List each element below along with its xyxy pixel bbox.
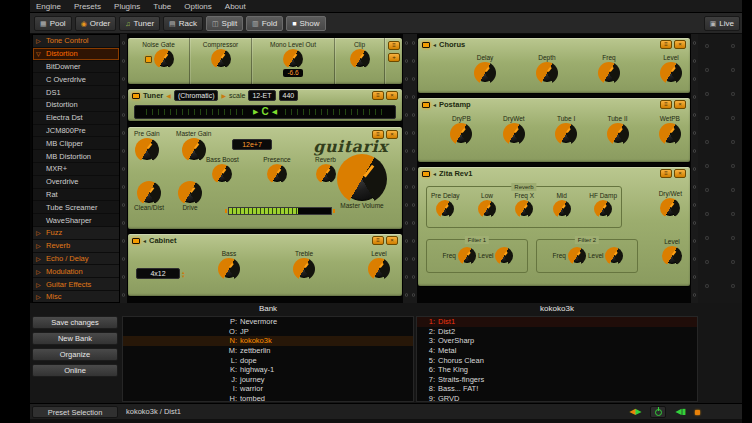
preset-row[interactable]: 6: The King [417, 365, 697, 375]
sidebar-item[interactable]: Rat [33, 189, 119, 202]
power-led[interactable] [422, 102, 430, 108]
power-button[interactable] [650, 406, 666, 418]
menu-button[interactable]: ≡ [372, 236, 384, 245]
postamp-knob[interactable] [609, 125, 627, 143]
preset-row[interactable]: 7: Straits-fingers [417, 375, 697, 385]
fold-icon[interactable]: ◂ [143, 237, 146, 244]
sidebar-item[interactable]: Electra Dst [33, 112, 119, 125]
toolbar-button[interactable]: ■ Show [286, 16, 325, 31]
output-level-knob[interactable] [664, 248, 680, 264]
bank-row[interactable]: I: warrior [123, 384, 413, 394]
menu-item[interactable]: Plugins [114, 2, 140, 11]
chorus-knob[interactable] [662, 64, 680, 82]
bank-row[interactable]: L: dope [123, 355, 413, 365]
sidebar-item[interactable]: ▷ Modulation [33, 265, 119, 278]
menu-button[interactable]: ≡ [660, 169, 672, 178]
remove-button[interactable]: × [674, 100, 686, 109]
zita-knob[interactable] [438, 202, 452, 216]
power-led[interactable] [132, 93, 140, 99]
sidebar-item[interactable]: MB Distortion [33, 150, 119, 163]
bank-row[interactable]: J: journey [123, 375, 413, 385]
master-gain-knob[interactable] [184, 140, 204, 160]
menu-item[interactable]: Options [184, 2, 212, 11]
fold-icon[interactable]: ◂ [433, 170, 436, 177]
toolbar-button[interactable]: ♫ Tuner [119, 16, 160, 31]
bank-row[interactable]: H: tombed [123, 394, 413, 402]
preset-row[interactable]: 2: Dist2 [417, 327, 697, 337]
toolbar-button[interactable]: ◫ Split [206, 16, 243, 31]
next-mode-icon[interactable]: ▶ [221, 92, 226, 99]
toolbar-button[interactable]: ◉ Order [75, 16, 117, 31]
cabinet-knob[interactable] [220, 260, 238, 278]
zita-knob[interactable] [555, 202, 569, 216]
sidebar-item[interactable]: C Overdrive [33, 73, 119, 86]
reference-pitch-field[interactable]: 440 [279, 90, 299, 101]
postamp-knob[interactable] [505, 125, 523, 143]
bank-row[interactable]: N: kokoko3k [123, 336, 413, 346]
power-led[interactable] [422, 171, 430, 177]
sidebar-item[interactable]: Distortion [33, 99, 119, 112]
power-led[interactable] [132, 238, 140, 244]
bank-action-button[interactable]: Save changes [32, 316, 118, 329]
bank-action-button[interactable]: Organize [32, 348, 118, 361]
menu-item[interactable]: Presets [74, 2, 101, 11]
sidebar-item[interactable]: WaveSharper [33, 214, 119, 227]
menu-button[interactable]: ≡ [372, 91, 384, 100]
sidebar-item[interactable]: MB Clipper [33, 137, 119, 150]
remove-button[interactable]: × [674, 40, 686, 49]
toolbar-button[interactable]: ▤ Rack [163, 16, 203, 31]
bank-row[interactable]: P: Nevermore [123, 317, 413, 327]
preset-row[interactable]: 8: Bass... FAT! [417, 384, 697, 394]
fx-knob[interactable] [285, 51, 301, 67]
bank-action-button[interactable]: New Bank [32, 332, 118, 345]
sidebar-item[interactable]: Overdrive [33, 176, 119, 189]
menu-item[interactable]: Engine [36, 2, 61, 11]
drive-knob[interactable] [180, 183, 200, 203]
live-button[interactable]: ▣ Live [704, 16, 740, 31]
preset-row[interactable]: 1: Dist1 [417, 317, 697, 327]
amp-knob[interactable] [269, 166, 285, 182]
sidebar-item[interactable]: ▷ Tone Control [33, 35, 119, 48]
master-volume-knob[interactable] [340, 157, 384, 201]
menu-button[interactable]: ≡ [388, 41, 400, 50]
filter1-level-knob[interactable] [497, 249, 511, 263]
add-plugin-button[interactable]: + [388, 53, 400, 62]
menu-button[interactable]: ≡ [660, 100, 672, 109]
sidebar-item[interactable]: ▷ Misc [33, 291, 119, 303]
prev-mode-icon[interactable]: ◀ [166, 92, 171, 99]
sidebar-item[interactable]: MXR+ [33, 163, 119, 176]
cabinet-model[interactable]: 4x12 ▴ ▾ [136, 268, 185, 279]
postamp-knob[interactable] [661, 125, 679, 143]
zita-knob[interactable] [480, 202, 494, 216]
cabinet-model-value[interactable]: 4x12 [136, 268, 180, 279]
temperament-select[interactable]: 12-ET [248, 90, 275, 101]
filter2-level-knob[interactable] [607, 249, 621, 263]
sidebar-item[interactable]: ▷ Guitar Effects [33, 278, 119, 291]
preset-row[interactable]: 3: OverSharp [417, 336, 697, 346]
bank-row[interactable]: K: highway-1 [123, 365, 413, 375]
sidebar-item[interactable]: DS1 [33, 86, 119, 99]
amp-knob[interactable] [318, 166, 334, 182]
fold-icon[interactable]: ◂ [433, 41, 436, 48]
preset-selection-label[interactable]: Preset Selection [32, 406, 118, 418]
remove-button[interactable]: × [674, 169, 686, 178]
jack-insert-icon[interactable]: ◀▮ [675, 408, 686, 416]
remove-button[interactable]: × [386, 91, 398, 100]
toolbar-button[interactable]: ▥ Fold [246, 16, 283, 31]
remove-button[interactable]: × [386, 236, 398, 245]
sidebar-item[interactable]: ▷ Fuzz [33, 227, 119, 240]
bank-action-button[interactable]: Online [32, 364, 118, 377]
spinner-icons[interactable]: ▴ ▾ [182, 270, 185, 278]
sidebar-item[interactable]: ▷ Echo / Delay [33, 253, 119, 266]
fx-knob[interactable] [156, 51, 172, 67]
sidebar-item[interactable]: Tube Screamer [33, 201, 119, 214]
preset-row[interactable]: 4: Metal [417, 346, 697, 356]
menu-button[interactable]: ≡ [660, 40, 672, 49]
cabinet-knob[interactable] [295, 260, 313, 278]
bank-row[interactable]: M: zettberlin [123, 346, 413, 356]
spin-down-icon[interactable]: ▾ [182, 274, 185, 278]
sidebar-item[interactable]: BitDowner [33, 61, 119, 74]
cabinet-knob[interactable] [370, 260, 388, 278]
postamp-knob[interactable] [452, 125, 470, 143]
filter2-freq-knob[interactable] [570, 249, 584, 263]
